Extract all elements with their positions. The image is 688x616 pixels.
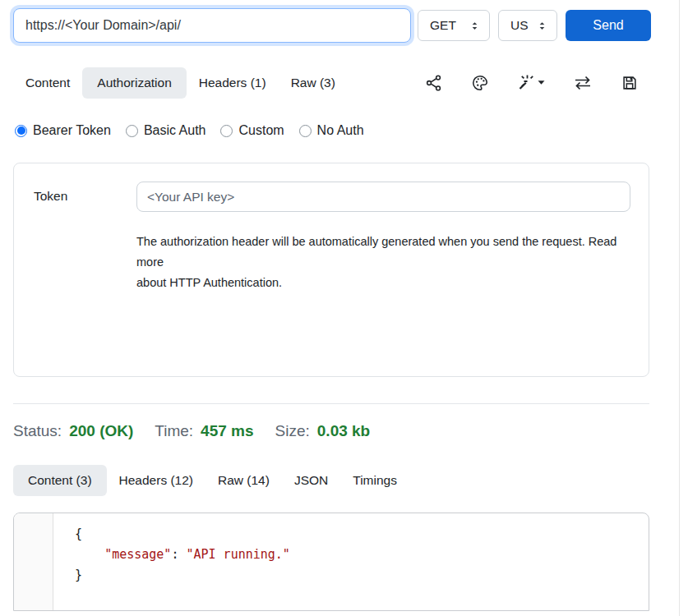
tab-response-json[interactable]: JSON: [282, 465, 340, 496]
token-input[interactable]: [136, 182, 630, 212]
code-text: [75, 547, 104, 562]
unfold-icon: [536, 20, 548, 32]
region-select-value: US: [510, 18, 529, 33]
code-text: }: [75, 568, 82, 582]
radio-icon: [126, 125, 138, 137]
response-summary: Status: 200 (OK) Time: 457 ms Size: 0.03…: [0, 422, 688, 440]
request-bar: GET US Send: [0, 0, 688, 43]
status-label: Status:: [13, 422, 62, 440]
radio-icon: [220, 125, 233, 137]
tab-headers[interactable]: Headers (1): [187, 67, 279, 99]
radio-selected-icon: [15, 125, 27, 137]
swap-arrows-icon[interactable]: [573, 74, 593, 92]
radio-bearer-token[interactable]: Bearer Token: [15, 123, 111, 138]
auth-help-line1: The authorization header will be automat…: [136, 232, 630, 273]
size-pair: Size: 0.03 kb: [275, 422, 371, 440]
send-button[interactable]: Send: [566, 10, 651, 41]
method-select-value: GET: [430, 18, 456, 33]
time-value: 457 ms: [201, 422, 253, 440]
tab-response-raw[interactable]: Raw (14): [205, 465, 282, 496]
url-input[interactable]: [13, 8, 411, 43]
scrollbar-track[interactable]: [679, 0, 680, 616]
request-tabs: Content Authorization Headers (1) Raw (3…: [0, 67, 688, 99]
auth-panel: Token The authorization header will be a…: [13, 163, 649, 377]
section-divider: [13, 403, 649, 404]
radio-basic-auth[interactable]: Basic Auth: [126, 123, 206, 138]
status-pair: Status: 200 (OK): [13, 422, 133, 440]
toolbar: [425, 74, 675, 92]
tab-response-timings[interactable]: Timings: [340, 465, 409, 496]
unfold-icon: [469, 20, 481, 32]
code-line: }: [75, 565, 649, 586]
status-value: 200 (OK): [69, 422, 133, 440]
time-pair: Time: 457 ms: [155, 422, 253, 440]
tab-response-headers[interactable]: Headers (12): [107, 465, 205, 496]
code-gutter: [14, 513, 53, 610]
code-json-key: "message": [104, 547, 171, 562]
size-value: 0.03 kb: [317, 422, 370, 440]
radio-custom[interactable]: Custom: [220, 123, 284, 138]
code-line: {: [75, 524, 649, 545]
response-tabs: Content (3) Headers (12) Raw (14) JSON T…: [0, 465, 688, 496]
tab-raw[interactable]: Raw (3): [279, 67, 348, 99]
auth-help-text: The authorization header will be automat…: [136, 232, 630, 293]
response-json-code[interactable]: { "message": "API running." }: [53, 513, 649, 610]
radio-label: Bearer Token: [33, 123, 111, 138]
code-text: :: [171, 547, 186, 562]
magic-wand-icon[interactable]: [517, 74, 545, 92]
radio-label: Custom: [238, 123, 284, 138]
radio-label: Basic Auth: [144, 123, 206, 138]
radio-label: No Auth: [317, 123, 364, 138]
save-icon[interactable]: [621, 74, 639, 92]
size-label: Size:: [275, 422, 310, 440]
response-body-viewer[interactable]: { "message": "API running." }: [13, 513, 649, 611]
radio-icon: [299, 125, 312, 137]
code-line: "message": "API running.": [75, 545, 649, 565]
palette-icon[interactable]: [471, 74, 489, 92]
time-label: Time:: [155, 422, 193, 440]
tab-content[interactable]: Content: [13, 67, 82, 99]
region-select[interactable]: US: [498, 10, 557, 41]
share-icon[interactable]: [425, 74, 443, 92]
auth-help-line2: about HTTP Authentication.: [136, 273, 630, 293]
code-json-value: "API running.": [186, 547, 289, 562]
auth-type-options: Bearer Token Basic Auth Custom No Auth: [0, 123, 688, 138]
tab-authorization[interactable]: Authorization: [82, 67, 186, 99]
radio-no-auth[interactable]: No Auth: [299, 123, 364, 138]
tab-response-content[interactable]: Content (3): [13, 465, 107, 496]
token-label: Token: [34, 182, 136, 376]
code-text: {: [75, 526, 82, 541]
method-select[interactable]: GET: [418, 10, 490, 41]
